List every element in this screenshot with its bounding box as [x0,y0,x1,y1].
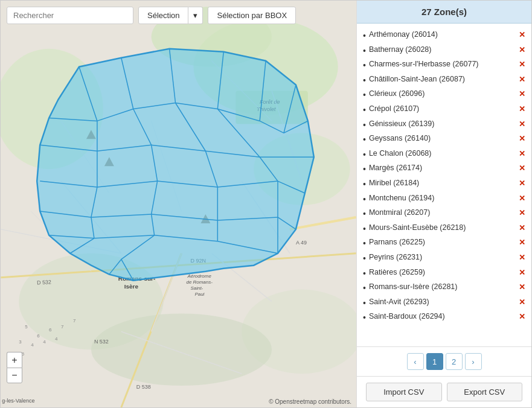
sidebar: 27 Zone(s) •Arthémonay (26014)✕•Batherna… [356,1,531,407]
svg-text:D 538: D 538 [136,384,151,390]
list-item: •Montchenu (26194)✕ [363,192,525,207]
zone-bullet-icon: • [363,149,366,161]
zone-name: Parnans (26225) [369,237,516,248]
zone-delete-button[interactable]: ✕ [519,45,525,56]
list-item: •Arthémonay (26014)✕ [363,28,525,43]
import-csv-button[interactable]: Import CSV [366,383,442,401]
zone-name: Arthémonay (26014) [369,30,516,40]
list-item: •Clérieux (26096)✕ [363,88,525,103]
zone-delete-button[interactable]: ✕ [519,89,525,100]
svg-text:3: 3 [19,339,22,345]
svg-text:4: 4 [31,342,34,348]
zone-delete-button[interactable]: ✕ [519,282,525,293]
zone-bullet-icon: • [363,194,366,206]
list-item: •Parnans (26225)✕ [363,236,525,251]
svg-text:7: 7 [61,324,64,330]
zone-delete-button[interactable]: ✕ [519,311,525,322]
zone-bullet-icon: • [363,298,366,310]
zone-bullet-icon: • [363,223,366,235]
list-item: •Charmes-sur-l'Herbasse (26077)✕ [363,58,525,73]
pagination-page-2[interactable]: 2 [446,353,463,370]
zone-delete-button[interactable]: ✕ [519,104,525,115]
zone-delete-button[interactable]: ✕ [519,208,525,218]
svg-text:Isère: Isère [124,283,139,290]
svg-text:N 532: N 532 [94,339,109,345]
list-item: •Saint-Avit (26293)✕ [363,296,525,311]
search-input[interactable] [7,7,133,24]
zone-name: Montmiral (26207) [369,208,516,218]
zone-delete-button[interactable]: ✕ [519,267,525,278]
list-item: •Romans-sur-Isère (26281)✕ [363,281,525,296]
list-item: •Châtillon-Saint-Jean (26087)✕ [363,73,525,88]
zone-bullet-icon: • [363,238,366,250]
list-item: •Bathernay (26028)✕ [363,43,525,59]
zone-name: Mours-Saint-Eusèbe (26218) [369,223,516,234]
zone-name: Margès (26174) [369,163,516,174]
zone-delete-button[interactable]: ✕ [519,74,525,85]
zoom-in-button[interactable]: + [7,352,22,368]
selection-button[interactable]: Sélection [138,7,188,24]
zone-bullet-icon: • [363,253,366,265]
zone-name: Saint-Bardoux (26294) [369,311,516,322]
zone-delete-button[interactable]: ✕ [519,297,525,308]
zone-list: •Arthémonay (26014)✕•Bathernay (26028)✕•… [357,24,531,346]
zone-bullet-icon: • [363,164,366,176]
zone-delete-button[interactable]: ✕ [519,59,525,70]
pagination-next[interactable]: › [465,353,482,370]
svg-text:D 532: D 532 [37,279,51,285]
list-item: •Margès (26174)✕ [363,162,525,177]
zone-name: Génissieux (26139) [369,119,516,130]
svg-text:6: 6 [37,333,40,339]
toolbar: Sélection ▾ Sélection par BBOX [7,7,350,24]
export-csv-button[interactable]: Export CSV [447,383,523,401]
zone-delete-button[interactable]: ✕ [519,237,525,248]
zone-name: Ratières (26259) [369,267,516,278]
list-item: •Ratières (26259)✕ [363,266,525,281]
zone-bullet-icon: • [363,134,366,146]
zone-delete-button[interactable]: ✕ [519,223,525,234]
zone-delete-button[interactable]: ✕ [519,252,525,263]
zone-bullet-icon: • [363,120,366,132]
zone-bullet-icon: • [363,208,366,220]
list-item: •Miribel (26184)✕ [363,177,525,192]
zone-name: Geyssans (26140) [369,133,516,144]
zone-name: Montchenu (26194) [369,193,516,204]
zone-bullet-icon: • [363,179,366,191]
svg-point-10 [91,313,272,386]
svg-text:7: 7 [73,318,76,324]
zone-name: Romans-sur-Isère (26281) [369,282,516,293]
pagination-page-1[interactable]: 1 [426,353,443,370]
zone-name: Le Chalon (26068) [369,148,516,159]
zone-delete-button[interactable]: ✕ [519,119,525,130]
list-item: •Génissieux (26139)✕ [363,118,525,133]
zone-name: Miribel (26184) [369,178,516,189]
selection-dropdown-button[interactable]: ▾ [188,7,203,24]
list-item: •Saint-Bardoux (26294)✕ [363,310,525,325]
bbox-button[interactable]: Sélection par BBOX [208,7,296,24]
zone-delete-button[interactable]: ✕ [519,133,525,144]
zoom-out-button[interactable]: − [7,368,22,383]
list-item: •Peyrins (26231)✕ [363,251,525,266]
zone-name: Bathernay (26028) [369,45,516,56]
zoom-controls: + − [7,352,22,383]
zone-bullet-icon: • [363,282,366,295]
zone-delete-button[interactable]: ✕ [519,30,525,40]
zone-bullet-icon: • [363,75,366,87]
zone-delete-button[interactable]: ✕ [519,148,525,159]
list-item: •Mours-Saint-Eusèbe (26218)✕ [363,222,525,237]
pagination: ‹ 1 2 › [357,346,531,376]
svg-text:Paul: Paul [194,292,204,297]
zone-delete-button[interactable]: ✕ [519,163,525,174]
zone-name: Clérieux (26096) [369,89,516,100]
zone-bullet-icon: • [363,89,366,101]
list-item: •Le Chalon (26068)✕ [363,147,525,162]
zone-delete-button[interactable]: ✕ [519,178,525,189]
zone-bullet-icon: • [363,104,366,116]
zone-name: Peyrins (26231) [369,252,516,263]
zone-name: Charmes-sur-l'Herbasse (26077) [369,59,516,70]
map-panel[interactable]: Forêt de Thivolet D 532 N 532 D 538 A 49… [1,1,356,407]
zone-delete-button[interactable]: ✕ [519,193,525,204]
pagination-prev[interactable]: ‹ [407,353,424,370]
zone-bullet-icon: • [363,268,366,280]
svg-text:5: 5 [25,324,28,330]
